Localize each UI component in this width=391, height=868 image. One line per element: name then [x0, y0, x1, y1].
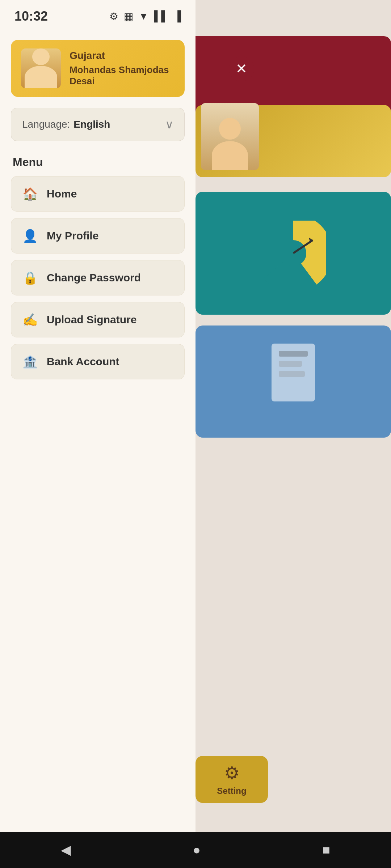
sidebar-item-bank-account-label: Bank Account — [47, 356, 119, 368]
language-selector[interactable]: Language: English ∨ — [11, 108, 185, 141]
sidebar-drawer: 10:32 ⚙ ▦ ▼ ▌▌ ▐ Gujarat Mohandas Shamjo… — [0, 0, 196, 868]
settings-status-icon: ⚙ — [109, 10, 118, 22]
sidebar-item-my-profile[interactable]: 👤 My Profile — [11, 218, 185, 254]
user-avatar — [21, 48, 61, 88]
status-icons: ⚙ ▦ ▼ ▌▌ ▐ — [109, 10, 181, 22]
user-profile-card[interactable]: Gujarat Mohandas Shamjodas Desai — [11, 40, 185, 97]
menu-section-label: Menu — [11, 156, 185, 169]
status-time: 10:32 — [14, 9, 48, 24]
home-icon: 🏠 — [22, 187, 38, 201]
sidebar-item-home[interactable]: 🏠 Home — [11, 176, 185, 212]
close-icon: ✕ — [236, 61, 247, 77]
user-region: Gujarat — [70, 50, 175, 61]
lock-icon: 🔒 — [22, 271, 38, 285]
signature-icon: ✍ — [22, 312, 38, 327]
profile-icon: 👤 — [22, 229, 38, 243]
language-value: English — [73, 119, 110, 130]
battery-icon: ▐ — [174, 10, 181, 22]
nav-recent-button[interactable]: ■ — [322, 842, 330, 858]
sidebar-item-upload-signature-label: Upload Signature — [47, 314, 136, 326]
sim-icon: ▦ — [124, 10, 133, 22]
sidebar-item-upload-signature[interactable]: ✍ Upload Signature — [11, 302, 185, 337]
user-name: Mohandas Shamjodas Desai — [70, 64, 175, 87]
bg-user-image — [201, 103, 259, 170]
sidebar-item-change-password[interactable]: 🔒 Change Password — [11, 260, 185, 295]
settings-label: Setting — [217, 786, 246, 796]
signal-icon: ▌▌ — [154, 10, 168, 22]
bg-doc-card — [196, 326, 391, 438]
language-label: Language: — [22, 119, 70, 130]
bottom-navigation: ◀ ● ■ — [0, 832, 391, 868]
nav-back-button[interactable]: ◀ — [61, 842, 71, 858]
chevron-down-icon: ∨ — [165, 118, 173, 131]
status-bar: 10:32 ⚙ ▦ ▼ ▌▌ ▐ — [11, 0, 185, 29]
pie-chart — [261, 221, 326, 286]
sidebar-item-home-label: Home — [47, 188, 77, 200]
sidebar-item-bank-account[interactable]: 🏦 Bank Account — [11, 344, 185, 379]
close-button[interactable]: ✕ — [229, 56, 254, 81]
bg-chart-card — [196, 192, 391, 315]
bg-settings-card[interactable]: ⚙ Setting — [196, 756, 268, 803]
user-info: Gujarat Mohandas Shamjodas Desai — [70, 50, 175, 87]
bank-icon: 🏦 — [22, 354, 38, 369]
sidebar-item-my-profile-label: My Profile — [47, 230, 98, 242]
settings-gear-icon: ⚙ — [224, 763, 240, 783]
wifi-icon: ▼ — [139, 10, 149, 22]
sidebar-item-change-password-label: Change Password — [47, 272, 141, 284]
nav-home-button[interactable]: ● — [193, 842, 201, 858]
